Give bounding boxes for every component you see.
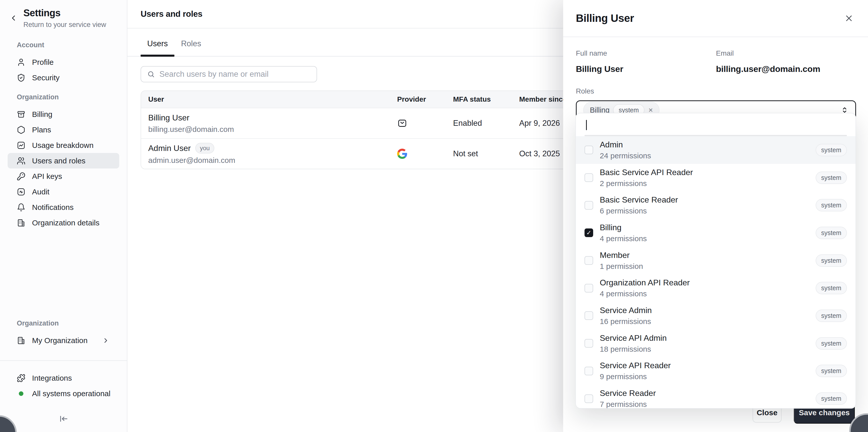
mfa-status: Enabled	[453, 119, 519, 128]
sidebar-item-security[interactable]: Security	[8, 70, 119, 86]
sidebar-item-users-and-roles[interactable]: Users and roles	[8, 153, 119, 168]
checkbox[interactable]	[585, 173, 593, 182]
sidebar-item-label: Security	[32, 73, 60, 82]
user-search[interactable]	[141, 66, 317, 82]
role-option-basic-service-reader[interactable]: Basic Service Reader6 permissions system	[576, 191, 856, 219]
trend-chart-icon	[17, 141, 25, 150]
sidebar-item-profile[interactable]: Profile	[8, 55, 119, 70]
sidebar-item-plans[interactable]: Plans	[8, 122, 119, 137]
checkbox[interactable]	[585, 201, 593, 210]
email-value: billing.user@domain.com	[716, 64, 856, 74]
user-email: admin.user@domain.com	[148, 156, 397, 165]
roles-dropdown: Admin24 permissions system Basic Service…	[576, 113, 856, 409]
sidebar-divider	[0, 360, 127, 361]
key-icon	[17, 172, 25, 181]
checkbox[interactable]	[585, 394, 593, 403]
system-badge: system	[816, 392, 847, 405]
sidebar-item-my-organization[interactable]: My Organization	[8, 333, 119, 348]
search-icon	[147, 70, 155, 78]
page-title: Users and roles	[141, 9, 203, 19]
sidebar-item-label: Audit	[32, 188, 49, 196]
sidebar-group-org-switcher: Organization My Organization	[0, 320, 127, 348]
role-option-service-api-admin[interactable]: Service API Admin18 permissions system	[576, 330, 856, 357]
system-badge: system	[816, 365, 847, 377]
drawer-header: Billing User	[563, 0, 868, 37]
drawer-title: Billing User	[576, 12, 634, 24]
checkbox[interactable]	[585, 339, 593, 347]
email-label: Email	[716, 49, 856, 58]
role-filter-input[interactable]	[576, 113, 856, 136]
column-header-user[interactable]: User	[148, 95, 397, 103]
sidebar-item-billing[interactable]: Billing	[8, 106, 119, 122]
hexagon-icon	[17, 126, 25, 134]
user-detail-drawer: Billing User Full name Billing User Emai…	[563, 0, 868, 432]
email-provider-icon	[397, 118, 453, 128]
system-status-item[interactable]: All systems operational	[8, 386, 119, 401]
sidebar-item-label: Usage breakdown	[32, 141, 94, 150]
sidebar-item-integrations[interactable]: Integrations	[8, 370, 119, 386]
section-label-account: Account	[0, 41, 127, 50]
sidebar-title: Settings	[23, 8, 106, 19]
system-badge: system	[816, 199, 847, 211]
collapse-sidebar-icon[interactable]	[0, 414, 127, 425]
bell-icon	[17, 203, 25, 212]
sidebar-subtitle[interactable]: Return to your service view	[23, 21, 106, 29]
system-badge: system	[816, 171, 847, 184]
column-header-provider[interactable]: Provider	[397, 95, 453, 103]
sidebar-item-label: API keys	[32, 172, 62, 181]
full-name-label: Full name	[576, 49, 716, 58]
sidebar-item-audit[interactable]: Audit	[8, 184, 119, 199]
back-chevron-icon[interactable]	[9, 14, 18, 22]
checkbox[interactable]	[585, 145, 593, 154]
settings-sidebar: Settings Return to your service view Acc…	[0, 0, 127, 432]
archive-icon	[17, 110, 25, 119]
chevron-right-icon	[102, 337, 110, 344]
search-input[interactable]	[159, 70, 310, 79]
sidebar-item-label: Profile	[32, 58, 54, 67]
checkbox[interactable]	[585, 367, 593, 375]
sidebar-group-organization: Organization Billing Plans Usage breakdo…	[0, 93, 127, 231]
sidebar-item-api-keys[interactable]: API keys	[8, 168, 119, 184]
user-name: Billing User	[148, 113, 397, 123]
role-option-billing[interactable]: Billing4 permissions system	[576, 219, 856, 247]
close-icon[interactable]	[844, 13, 854, 23]
role-option-service-api-reader[interactable]: Service API Reader9 permissions system	[576, 357, 856, 385]
mfa-status: Not set	[453, 149, 519, 158]
puzzle-icon	[17, 374, 25, 383]
sidebar-item-label: Billing	[32, 110, 52, 119]
user-icon	[17, 58, 25, 67]
sidebar-item-notifications[interactable]: Notifications	[8, 199, 119, 215]
role-option-service-admin[interactable]: Service Admin16 permissions system	[576, 302, 856, 330]
activity-icon	[17, 188, 25, 196]
sidebar-item-label: Notifications	[32, 203, 73, 212]
system-badge: system	[816, 282, 847, 294]
role-option-member[interactable]: Member1 permission system	[576, 247, 856, 274]
you-badge: you	[195, 143, 214, 154]
checkbox[interactable]	[585, 256, 593, 265]
sidebar-item-usage-breakdown[interactable]: Usage breakdown	[8, 137, 119, 153]
section-label-organization-2: Organization	[0, 320, 127, 328]
building-icon	[17, 219, 25, 227]
role-option-admin[interactable]: Admin24 permissions system	[576, 136, 856, 164]
system-status-label: All systems operational	[32, 389, 110, 398]
users-icon	[17, 157, 25, 165]
column-header-mfa-status[interactable]: MFA status	[453, 95, 519, 103]
tab-users[interactable]: Users	[141, 39, 175, 56]
text-caret	[586, 120, 587, 130]
system-badge: system	[816, 254, 847, 267]
checkbox[interactable]	[585, 311, 593, 320]
sidebar-group-account: Account Profile Security	[0, 41, 127, 86]
role-option-basic-service-api-reader[interactable]: Basic Service API Reader2 permissions sy…	[576, 164, 856, 192]
role-option-service-reader[interactable]: Service Reader7 permissions system	[576, 385, 856, 409]
user-email: billing.user@domain.com	[148, 125, 397, 134]
system-badge: system	[816, 309, 847, 322]
shield-check-icon	[17, 73, 25, 82]
tab-roles[interactable]: Roles	[175, 39, 208, 56]
sidebar-item-label: My Organization	[32, 336, 88, 345]
sidebar-item-label: Integrations	[32, 374, 72, 383]
checkbox[interactable]	[585, 284, 593, 293]
checkbox-checked[interactable]	[585, 228, 593, 237]
sidebar-item-organization-details[interactable]: Organization details	[8, 215, 119, 231]
sidebar-item-label: Users and roles	[32, 157, 86, 165]
role-option-organization-api-reader[interactable]: Organization API Reader4 permissions sys…	[576, 274, 856, 302]
